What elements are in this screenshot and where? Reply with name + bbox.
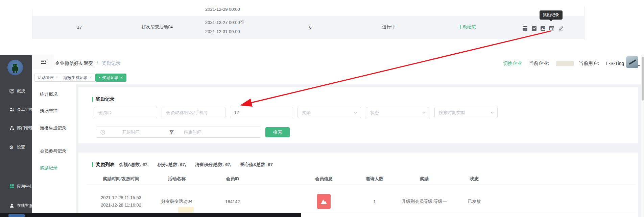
member-info-input[interactable] [162,107,225,118]
breadcrumb-root[interactable]: 企业微信好友聚变 [55,60,93,66]
activity-time-cell: 2021-12-27 00:00至 2021-12-31 00:00 [205,18,244,36]
submenu-item-member-participation[interactable]: 会员参与记录 [40,148,66,154]
status-cell: 进行中 [382,24,396,30]
close-icon[interactable]: × [90,75,92,80]
mountain-logo-icon [320,198,328,205]
issue-time-line: 2021-12-28 11:16:02 [101,201,141,209]
current-user-name: L-S-Ting [606,61,624,66]
award-time-line: 2021-12-28 11:15:53 [101,194,141,201]
time-type-select[interactable]: 搜索时间类型 [434,107,498,118]
breadcrumb-separator: / [97,60,98,66]
partial-element [178,207,194,213]
header-bar [32,55,641,69]
activity-table-row[interactable] [32,16,584,39]
edit-action-icon[interactable] [558,26,564,31]
tab-poster-records[interactable]: 海报生成记录 × [60,74,95,82]
cell-invite-count: 1 [373,199,376,204]
reward-record-table-icon[interactable] [549,26,554,31]
department-icon[interactable] [9,126,14,132]
sidebar-item-app-center[interactable]: 应用中心 [17,184,33,189]
activity-id-cell: 17 [77,25,82,30]
activity-name-cell: 好友裂变活动04 [142,24,173,30]
page: 2021-12-29 00:00 17 好友裂变活动04 2021-12-27 … [0,0,644,217]
member-id-input[interactable] [94,107,157,118]
overview-icon[interactable] [9,89,14,95]
close-icon[interactable]: × [121,75,123,80]
activity-time-start: 2021-12-27 00:00至 [205,18,244,27]
current-company-redacted [556,61,574,66]
current-user-label: 当前用户: [579,60,599,66]
current-company-label: 当前企业: [529,60,549,66]
fragment-right-border [584,7,585,40]
time-type-select-placeholder: 搜索时间类型 [439,110,465,116]
manual-end-link[interactable]: 手动结束 [458,24,476,30]
submenu-item-activity-management[interactable]: 活动管理 [40,108,57,114]
settings-gear-icon[interactable]: ⚙ [9,145,14,150]
column-header-member-info: 会员信息 [315,176,333,182]
stat-consume-points-j: 消费积分j总数: 67, [195,162,232,168]
column-header-status: 状态 [470,176,479,182]
column-header-award-time: 奖励时间/发放时间 [103,176,139,182]
reward-stats: 余额A总数: 67, 积分a总数: 67, 消费积分j总数: 67, 爱心值&总… [119,162,273,168]
row-separator [32,16,584,16]
column-header-member-id: 会员ID [226,176,239,182]
cell-member-id: 164142 [225,199,240,204]
scrollbar-thumb[interactable] [642,57,644,101]
sidebar-item-department[interactable]: 部门管理 [17,125,33,131]
chevron-down-icon [422,112,426,114]
sidebar-item-online-support[interactable]: 在线客服 [17,203,33,209]
sidebar-item-staff[interactable]: 员工管理 [17,107,33,112]
tab-label: 奖励记录 [102,75,119,81]
reward-list-title: 奖励列表 [96,162,115,168]
company-avatar[interactable] [7,60,23,75]
status-select-placeholder: 状态 [370,110,379,116]
switch-company-link[interactable]: 切换企业 [503,60,522,66]
support-icon[interactable] [9,203,14,209]
table-row-border [87,213,636,213]
taskbar-fragment [0,213,301,217]
taskbar-accent [8,214,25,217]
app-center-icon[interactable] [9,184,14,190]
tab-label: 活动管理 [38,75,54,81]
reward-select[interactable]: 奖励 [297,107,361,118]
activity-time-end: 2021-12-31 00:00 [205,27,244,36]
sidebar-item-settings[interactable]: 设置 [17,144,25,150]
clock-icon [100,130,105,136]
table-header-border [87,185,636,185]
user-avatar[interactable] [626,56,638,68]
active-dot-icon: ● [99,76,100,79]
tab-reward-records[interactable]: ● 奖励记录 × [95,74,126,82]
cell-status: 已发放 [468,198,481,205]
image-action-icon[interactable] [540,26,546,31]
submenu-item-poster-records[interactable]: 海报生成记录 [40,125,66,131]
chart-action-icon[interactable] [531,26,537,31]
sidebar-item-overview[interactable]: 概况 [17,88,25,94]
tooltip-caret [549,19,553,23]
stat-points-a: 积分a总数: 67, [157,162,186,168]
breadcrumb-current: 奖励记录 [102,60,121,66]
cell-award-time: 2021-12-28 11:15:53 2021-12-28 11:16:02 [101,194,141,209]
submenu-item-stats-overview[interactable]: 统计概况 [40,91,57,98]
cell-activity-name: 好友裂变活动04 [161,198,192,205]
staff-icon[interactable] [9,107,14,113]
search-button[interactable]: 搜索 [265,127,290,137]
collapse-menu-icon[interactable] [41,59,47,66]
tab-label: 海报生成记录 [63,75,88,81]
submenu-item-reward-records[interactable]: 奖励记录 [40,165,57,171]
tab-activity-management[interactable]: 活动管理 × [34,74,62,82]
section-accent-bar [92,97,93,102]
grid-action-icon[interactable] [522,26,528,31]
cell-reward: 升级到会员等级:等级一 [402,198,447,205]
invite-count-cell: 6 [309,25,311,30]
activity-id-input[interactable] [230,107,293,118]
chevron-down-icon [354,112,357,114]
main-sidebar [0,55,32,217]
user-menu-caret-icon[interactable] [638,65,640,68]
reward-record-tooltip: 奖励记录 [540,10,563,20]
start-time-placeholder: 开始时间 [122,129,140,135]
member-avatar[interactable] [317,194,331,209]
status-select[interactable]: 状态 [366,107,429,118]
date-range-picker[interactable]: 开始时间 至 结束时间 [96,127,261,138]
reward-select-placeholder: 奖励 [302,110,311,116]
close-icon[interactable]: × [56,75,58,80]
